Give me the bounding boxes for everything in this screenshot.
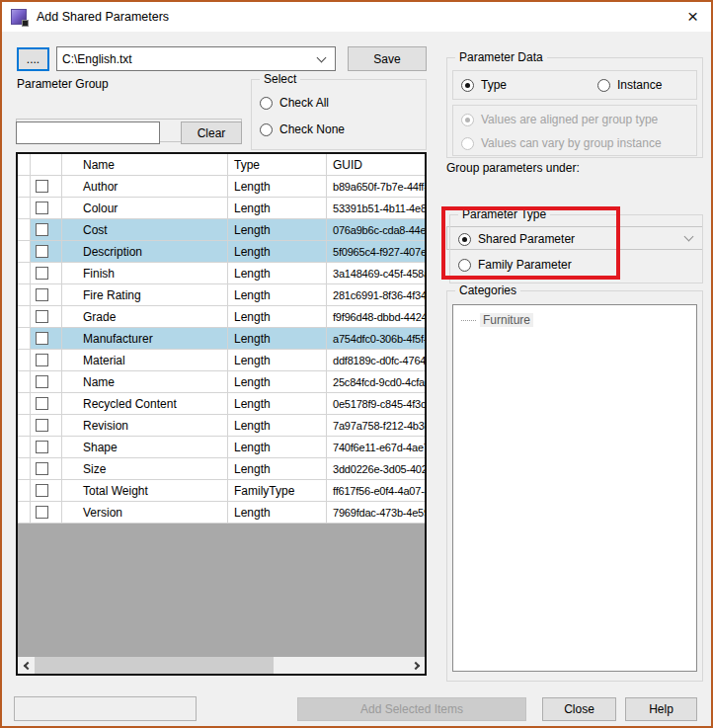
row-checkbox[interactable]	[36, 180, 48, 193]
row-checkbox[interactable]	[36, 484, 48, 497]
type-instance-box: Type Instance	[452, 70, 697, 100]
row-checkbox[interactable]	[36, 267, 48, 280]
cell-guid: 7969fdac-473b-4e59	[327, 502, 425, 523]
parameter-group-label: Parameter Group	[17, 77, 109, 91]
cell-name: Version	[62, 502, 228, 523]
table-row[interactable]: Colour Length 53391b51-4b11-4e8a	[18, 198, 425, 219]
cell-name: Revision	[62, 415, 228, 436]
cell-name: Shape	[62, 437, 228, 457]
row-checkbox[interactable]	[36, 310, 48, 323]
scroll-right-icon[interactable]	[408, 657, 425, 674]
cell-name: Author	[62, 176, 228, 197]
row-checkbox-cell	[31, 371, 62, 392]
row-checkbox-cell	[31, 502, 62, 523]
row-checkbox[interactable]	[36, 375, 48, 388]
file-path-combobox[interactable]: C:\English.txt	[56, 46, 336, 71]
table-row[interactable]: Shape Length 740f6e11-e67d-4ae7	[18, 437, 425, 458]
radio-icon	[461, 137, 474, 150]
cell-name: Description	[62, 241, 228, 262]
filter-input[interactable]	[16, 121, 160, 144]
header-guid: GUID	[327, 154, 425, 175]
parameter-table: Name Type GUID Author Length b89a650f-7b…	[16, 152, 427, 676]
table-row[interactable]: Cost Length 076a9b6c-cda8-44ea	[18, 219, 425, 241]
table-row[interactable]: Author Length b89a650f-7b7e-44ff-8	[18, 176, 425, 198]
scroll-left-icon[interactable]	[18, 657, 35, 674]
tree-item-furniture[interactable]: Furniture	[453, 305, 696, 327]
browse-button[interactable]: ....	[17, 47, 49, 71]
check-none-radio[interactable]: Check None	[260, 121, 345, 137]
row-marker	[18, 176, 31, 197]
close-icon[interactable]: ×	[687, 4, 698, 30]
table-body: Author Length b89a650f-7b7e-44ff-8 Colou…	[18, 176, 425, 524]
cell-type: Length	[228, 263, 327, 283]
cell-guid: b89a650f-7b7e-44ff-8	[327, 176, 425, 197]
row-checkbox[interactable]	[36, 506, 48, 519]
table-row[interactable]: Fire Rating Length 281c6991-8f36-4f34-	[18, 284, 425, 306]
row-marker	[18, 263, 31, 283]
table-row[interactable]: Description Length 5f0965c4-f927-407e-	[18, 241, 425, 263]
cell-name: Fire Rating	[62, 284, 228, 305]
table-row[interactable]: Recycled Content Length 0e5178f9-c845-4f…	[18, 393, 425, 415]
title-bar: Add Shared Parameters ×	[2, 2, 711, 32]
row-checkbox[interactable]	[36, 419, 48, 432]
type-radio[interactable]: Type	[461, 77, 507, 93]
radio-icon[interactable]	[458, 233, 471, 246]
table-row[interactable]: Finish Length 3a148469-c45f-458a	[18, 263, 425, 284]
row-checkbox[interactable]	[36, 462, 48, 475]
categories-groupbox: Categories Furniture	[446, 290, 703, 682]
table-row[interactable]: Size Length 3dd0226e-3d05-402a	[18, 458, 425, 480]
add-shared-parameters-dialog: Add Shared Parameters × .... C:\English.…	[0, 0, 713, 728]
cell-guid: 740f6e11-e67d-4ae7	[327, 437, 425, 457]
row-checkbox[interactable]	[36, 202, 48, 214]
check-all-radio[interactable]: Check All	[260, 95, 329, 111]
cell-type: Length	[228, 393, 327, 414]
clear-button[interactable]: Clear	[181, 121, 242, 144]
row-checkbox-cell	[31, 176, 62, 197]
row-checkbox[interactable]	[36, 332, 48, 345]
cell-guid: 7a97a758-f212-4b3d	[327, 415, 425, 436]
radio-icon[interactable]	[260, 123, 273, 136]
table-row[interactable]: Grade Length f9f96d48-dbbd-4424-	[18, 306, 425, 328]
shared-parameter-radio[interactable]: Shared Parameter	[458, 231, 575, 247]
scrollbar-thumb[interactable]	[35, 657, 274, 674]
row-checkbox[interactable]	[36, 288, 48, 301]
cell-type: Length	[228, 176, 327, 197]
table-row[interactable]: Version Length 7969fdac-473b-4e59	[18, 502, 425, 524]
cell-guid: ddf8189c-d0fc-4764-	[327, 350, 425, 370]
footer-left-button	[14, 696, 197, 721]
row-checkbox-cell	[31, 219, 62, 240]
instance-radio[interactable]: Instance	[597, 77, 662, 93]
save-button[interactable]: Save	[348, 46, 427, 71]
app-icon	[11, 9, 27, 25]
family-parameter-radio[interactable]: Family Parameter	[458, 257, 572, 273]
categories-list: Furniture	[452, 304, 697, 672]
radio-icon[interactable]	[461, 79, 474, 92]
table-row[interactable]: Revision Length 7a97a758-f212-4b3d	[18, 415, 425, 437]
row-checkbox-cell	[31, 458, 62, 479]
cell-name: Size	[62, 458, 228, 479]
add-selected-items-button: Add Selected Items	[297, 697, 526, 721]
table-row[interactable]: Manufacturer Length a754dfc0-306b-4f5f-b	[18, 328, 425, 350]
row-checkbox[interactable]	[36, 354, 48, 366]
table-row[interactable]: Material Length ddf8189c-d0fc-4764-	[18, 350, 425, 371]
window-title: Add Shared Parameters	[37, 10, 169, 24]
close-button[interactable]: Close	[542, 697, 616, 721]
radio-icon[interactable]	[260, 97, 273, 110]
cell-guid: 5f0965c4-f927-407e-	[327, 241, 425, 262]
horizontal-scrollbar[interactable]	[18, 657, 425, 674]
row-checkbox[interactable]	[36, 441, 48, 453]
radio-icon[interactable]	[458, 259, 471, 272]
table-row[interactable]: Name Length 25c84fcd-9cd0-4cfa-	[18, 371, 425, 393]
row-marker	[18, 198, 31, 218]
help-button[interactable]: Help	[625, 697, 697, 721]
row-marker	[18, 306, 31, 327]
table-row[interactable]: Total Weight FamilyType ff617f56-e0f4-4a…	[18, 480, 425, 502]
cell-name: Material	[62, 350, 228, 370]
parameter-data-label: Parameter Data	[455, 50, 547, 64]
cell-type: Length	[228, 502, 327, 523]
row-checkbox-cell	[31, 393, 62, 414]
radio-icon[interactable]	[597, 79, 610, 92]
row-checkbox[interactable]	[36, 223, 48, 236]
row-checkbox[interactable]	[36, 245, 48, 258]
row-checkbox[interactable]	[36, 397, 48, 410]
